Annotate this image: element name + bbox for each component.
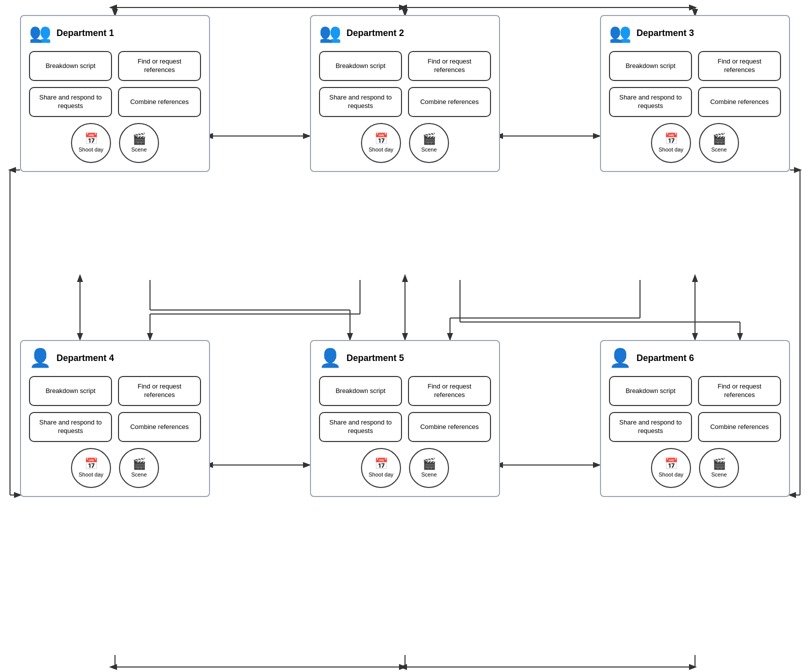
scene-icon: 🎬 <box>132 134 146 144</box>
dept2-circles: 📅 Shoot day 🎬 Scene <box>319 123 491 163</box>
dept1-actions-grid: Breakdown script Find or request referen… <box>29 51 201 117</box>
calendar-icon-5: 📅 <box>374 458 388 470</box>
scene-icon-2: 🎬 <box>422 134 436 144</box>
dept1-card: 👥 Department 1 Breakdown script Find or … <box>20 15 210 172</box>
dept3-circles: 📅 Shoot day 🎬 Scene <box>609 123 781 163</box>
scene-icon-4: 🎬 <box>132 458 146 470</box>
dept4-title: Department 4 <box>56 353 114 364</box>
dept6-actions-grid: Breakdown script Find or request referen… <box>609 376 781 442</box>
dept3-breakdown[interactable]: Breakdown script <box>609 51 692 81</box>
dept5-breakdown[interactable]: Breakdown script <box>319 376 402 406</box>
dept1-combine[interactable]: Combine references <box>118 87 201 117</box>
dept4-circles: 📅 Shoot day 🎬 Scene <box>29 448 201 488</box>
dept1-shoot-day[interactable]: 📅 Shoot day <box>71 123 111 163</box>
dept6-card: 👤 Department 6 Breakdown script Find or … <box>600 340 790 497</box>
dept3-find-request[interactable]: Find or request references <box>698 51 781 81</box>
dept6-scene[interactable]: 🎬 Scene <box>699 448 739 488</box>
dept1-header: 👥 Department 1 <box>29 24 201 42</box>
dept4-combine[interactable]: Combine references <box>118 412 201 442</box>
dept4-find-request[interactable]: Find or request references <box>118 376 201 406</box>
dept5-icon: 👤 <box>319 349 342 367</box>
dept3-combine[interactable]: Combine references <box>698 87 781 117</box>
dept6-shoot-day[interactable]: 📅 Shoot day <box>651 448 691 488</box>
dept6-title: Department 6 <box>636 353 694 364</box>
dept2-shoot-day[interactable]: 📅 Shoot day <box>361 123 401 163</box>
dept2-combine[interactable]: Combine references <box>408 87 491 117</box>
dept3-icon: 👥 <box>609 24 632 42</box>
dept2-icon: 👥 <box>319 24 342 42</box>
dept4-scene[interactable]: 🎬 Scene <box>119 448 159 488</box>
calendar-icon-2: 📅 <box>374 134 388 144</box>
dept3-actions-grid: Breakdown script Find or request referen… <box>609 51 781 117</box>
diagram-container: 👥 Department 1 Breakdown script Find or … <box>0 0 810 672</box>
dept4-card: 👤 Department 4 Breakdown script Find or … <box>20 340 210 497</box>
dept5-scene[interactable]: 🎬 Scene <box>409 448 449 488</box>
dept3-header: 👥 Department 3 <box>609 24 781 42</box>
dept6-header: 👤 Department 6 <box>609 349 781 367</box>
dept5-circles: 📅 Shoot day 🎬 Scene <box>319 448 491 488</box>
calendar-icon-3: 📅 <box>664 134 678 144</box>
scene-icon-5: 🎬 <box>422 458 436 470</box>
dept1-title: Department 1 <box>56 28 114 38</box>
scene-icon-6: 🎬 <box>712 458 726 470</box>
dept4-shoot-day[interactable]: 📅 Shoot day <box>71 448 111 488</box>
dept2-title: Department 2 <box>346 28 404 38</box>
dept3-share-respond[interactable]: Share and respond to requests <box>609 87 692 117</box>
dept2-breakdown[interactable]: Breakdown script <box>319 51 402 81</box>
dept2-share-respond[interactable]: Share and respond to requests <box>319 87 402 117</box>
dept3-title: Department 3 <box>636 28 694 38</box>
dept6-circles: 📅 Shoot day 🎬 Scene <box>609 448 781 488</box>
dept3-scene[interactable]: 🎬 Scene <box>699 123 739 163</box>
calendar-icon: 📅 <box>84 134 98 144</box>
dept2-card: 👥 Department 2 Breakdown script Find or … <box>310 15 500 172</box>
dept1-find-request[interactable]: Find or request references <box>118 51 201 81</box>
dept6-icon: 👤 <box>609 349 632 367</box>
dept1-share-respond[interactable]: Share and respond to requests <box>29 87 112 117</box>
dept4-breakdown[interactable]: Breakdown script <box>29 376 112 406</box>
dept4-share-respond[interactable]: Share and respond to requests <box>29 412 112 442</box>
dept5-shoot-day[interactable]: 📅 Shoot day <box>361 448 401 488</box>
dept4-header: 👤 Department 4 <box>29 349 201 367</box>
dept1-breakdown[interactable]: Breakdown script <box>29 51 112 81</box>
dept4-actions-grid: Breakdown script Find or request referen… <box>29 376 201 442</box>
dept5-card: 👤 Department 5 Breakdown script Find or … <box>310 340 500 497</box>
dept5-actions-grid: Breakdown script Find or request referen… <box>319 376 491 442</box>
scene-icon-3: 🎬 <box>712 134 726 144</box>
calendar-icon-6: 📅 <box>664 458 678 470</box>
dept2-scene[interactable]: 🎬 Scene <box>409 123 449 163</box>
dept5-header: 👤 Department 5 <box>319 349 491 367</box>
dept2-actions-grid: Breakdown script Find or request referen… <box>319 51 491 117</box>
dept1-scene[interactable]: 🎬 Scene <box>119 123 159 163</box>
dept6-breakdown[interactable]: Breakdown script <box>609 376 692 406</box>
dept6-find-request[interactable]: Find or request references <box>698 376 781 406</box>
dept1-icon: 👥 <box>29 24 52 42</box>
dept2-find-request[interactable]: Find or request references <box>408 51 491 81</box>
dept5-share-respond[interactable]: Share and respond to requests <box>319 412 402 442</box>
dept3-card: 👥 Department 3 Breakdown script Find or … <box>600 15 790 172</box>
dept5-title: Department 5 <box>346 353 404 364</box>
dept3-shoot-day[interactable]: 📅 Shoot day <box>651 123 691 163</box>
dept6-share-respond[interactable]: Share and respond to requests <box>609 412 692 442</box>
calendar-icon-4: 📅 <box>84 458 98 470</box>
dept5-find-request[interactable]: Find or request references <box>408 376 491 406</box>
dept2-header: 👥 Department 2 <box>319 24 491 42</box>
dept1-circles: 📅 Shoot day 🎬 Scene <box>29 123 201 163</box>
dept4-icon: 👤 <box>29 349 52 367</box>
dept6-combine[interactable]: Combine references <box>698 412 781 442</box>
dept5-combine[interactable]: Combine references <box>408 412 491 442</box>
